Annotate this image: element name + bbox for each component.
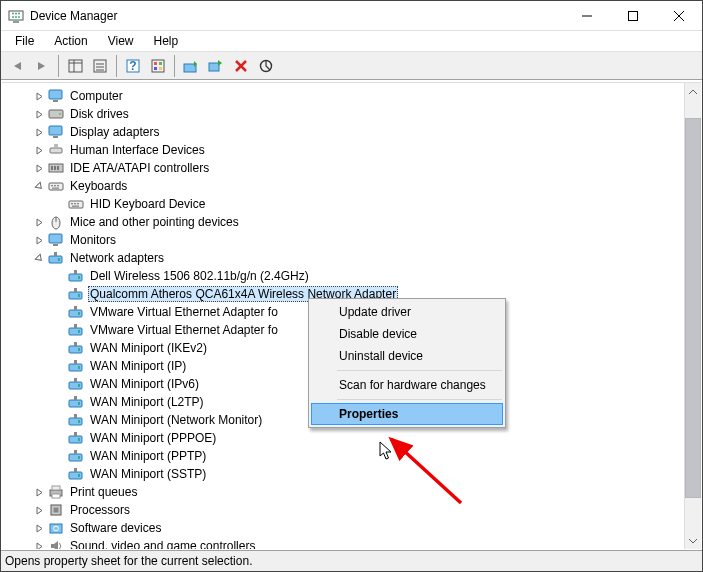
expand-chevron-icon[interactable]: [32, 539, 46, 549]
status-bar: Opens property sheet for the current sel…: [1, 550, 702, 571]
svg-rect-23: [159, 62, 162, 65]
tree-item[interactable]: Disk drives: [6, 105, 684, 123]
tree-item[interactable]: IDE ATA/ATAPI controllers: [6, 159, 684, 177]
device-icon: [68, 430, 84, 446]
tree-item-label: Computer: [68, 89, 125, 103]
device-icon: [48, 520, 64, 536]
svg-rect-61: [74, 270, 77, 274]
scrollbar-thumb[interactable]: [685, 118, 701, 498]
svg-rect-1: [13, 21, 19, 23]
menu-action[interactable]: Action: [46, 33, 95, 49]
device-icon: [48, 124, 64, 140]
disable-button[interactable]: [254, 55, 278, 77]
tree-item[interactable]: Software devices: [6, 519, 684, 537]
tree-item[interactable]: WAN Miniport (PPPOE): [6, 429, 684, 447]
expand-chevron-icon[interactable]: [32, 161, 46, 175]
back-button[interactable]: [5, 55, 29, 77]
tree-item[interactable]: Computer: [6, 87, 684, 105]
tree-item[interactable]: WAN Miniport (SSTP): [6, 465, 684, 483]
expand-chevron-icon[interactable]: [32, 143, 46, 157]
tree-item[interactable]: Processors: [6, 501, 684, 519]
tree-item-label: WAN Miniport (SSTP): [88, 467, 208, 481]
show-hide-tree-button[interactable]: [63, 55, 87, 77]
ctx-scan-hardware[interactable]: Scan for hardware changes: [311, 374, 503, 396]
svg-rect-72: [69, 346, 82, 353]
tree-item[interactable]: Monitors: [6, 231, 684, 249]
expand-chevron-icon[interactable]: [32, 125, 46, 139]
tree-item[interactable]: Human Interface Devices: [6, 141, 684, 159]
tree-item[interactable]: Keyboards: [6, 177, 684, 195]
maximize-button[interactable]: [610, 1, 656, 30]
svg-rect-22: [154, 62, 157, 65]
action-button[interactable]: [146, 55, 170, 77]
expand-chevron-icon[interactable]: [32, 89, 46, 103]
svg-rect-48: [69, 201, 83, 208]
update-driver-button[interactable]: [179, 55, 203, 77]
ctx-disable-device[interactable]: Disable device: [311, 323, 503, 345]
expand-chevron-icon[interactable]: [32, 503, 46, 517]
tree-item[interactable]: Dell Wireless 1506 802.11b/g/n (2.4GHz): [6, 267, 684, 285]
tree-item-label: WAN Miniport (PPPOE): [88, 431, 218, 445]
tree-item[interactable]: HID Keyboard Device: [6, 195, 684, 213]
forward-button[interactable]: [30, 55, 54, 77]
tree-item[interactable]: Print queues: [6, 483, 684, 501]
svg-rect-40: [51, 166, 53, 170]
device-icon: [68, 394, 84, 410]
expand-chevron-icon[interactable]: [32, 179, 46, 193]
uninstall-button[interactable]: [229, 55, 253, 77]
menu-view[interactable]: View: [100, 33, 142, 49]
tree-item-label: WAN Miniport (PPTP): [88, 449, 208, 463]
close-button[interactable]: [656, 1, 702, 30]
svg-rect-78: [69, 382, 82, 389]
scroll-down-button[interactable]: [685, 532, 701, 549]
menu-file[interactable]: File: [7, 33, 42, 49]
device-icon: [68, 340, 84, 356]
tree-item-label: Software devices: [68, 521, 163, 535]
svg-rect-88: [74, 432, 77, 436]
svg-rect-86: [78, 420, 80, 423]
tree-item[interactable]: Mice and other pointing devices: [6, 213, 684, 231]
expand-chevron-icon[interactable]: [32, 485, 46, 499]
expand-chevron-icon[interactable]: [32, 107, 46, 121]
device-icon: [68, 376, 84, 392]
expand-chevron-icon[interactable]: [32, 215, 46, 229]
context-menu: Update driver Disable device Uninstall d…: [308, 298, 506, 428]
svg-rect-35: [49, 126, 62, 135]
properties-button[interactable]: [88, 55, 112, 77]
ctx-separator: [337, 399, 502, 400]
svg-rect-80: [78, 384, 80, 387]
device-icon: [68, 466, 84, 482]
tree-item[interactable]: Sound, video and game controllers: [6, 537, 684, 549]
expand-chevron-icon[interactable]: [32, 251, 46, 265]
device-icon: [48, 88, 64, 104]
ctx-update-driver[interactable]: Update driver: [311, 301, 503, 323]
svg-rect-64: [74, 288, 77, 292]
svg-rect-91: [74, 450, 77, 454]
svg-rect-37: [50, 148, 62, 153]
device-icon: [48, 178, 64, 194]
scroll-up-button[interactable]: [685, 83, 701, 100]
tree-item[interactable]: WAN Miniport (PPTP): [6, 447, 684, 465]
svg-rect-89: [78, 438, 80, 441]
ctx-properties[interactable]: Properties: [311, 403, 503, 425]
device-icon: [48, 214, 64, 230]
svg-rect-95: [78, 474, 80, 477]
device-icon: [48, 106, 64, 122]
vertical-scrollbar[interactable]: [684, 83, 701, 549]
expand-chevron-icon[interactable]: [32, 233, 46, 247]
minimize-button[interactable]: [564, 1, 610, 30]
svg-rect-74: [78, 348, 80, 351]
svg-point-5: [12, 16, 14, 18]
scan-hardware-button[interactable]: [204, 55, 228, 77]
svg-rect-46: [57, 185, 59, 186]
status-text: Opens property sheet for the current sel…: [5, 554, 252, 568]
tree-item[interactable]: Display adapters: [6, 123, 684, 141]
tree-item-label: Display adapters: [68, 125, 161, 139]
tree-item-label: Network adapters: [68, 251, 166, 265]
menu-help[interactable]: Help: [146, 33, 187, 49]
expand-chevron-icon[interactable]: [32, 521, 46, 535]
tree-item[interactable]: Network adapters: [6, 249, 684, 267]
svg-text:?: ?: [129, 59, 136, 73]
ctx-uninstall-device[interactable]: Uninstall device: [311, 345, 503, 367]
help-button[interactable]: ?: [121, 55, 145, 77]
